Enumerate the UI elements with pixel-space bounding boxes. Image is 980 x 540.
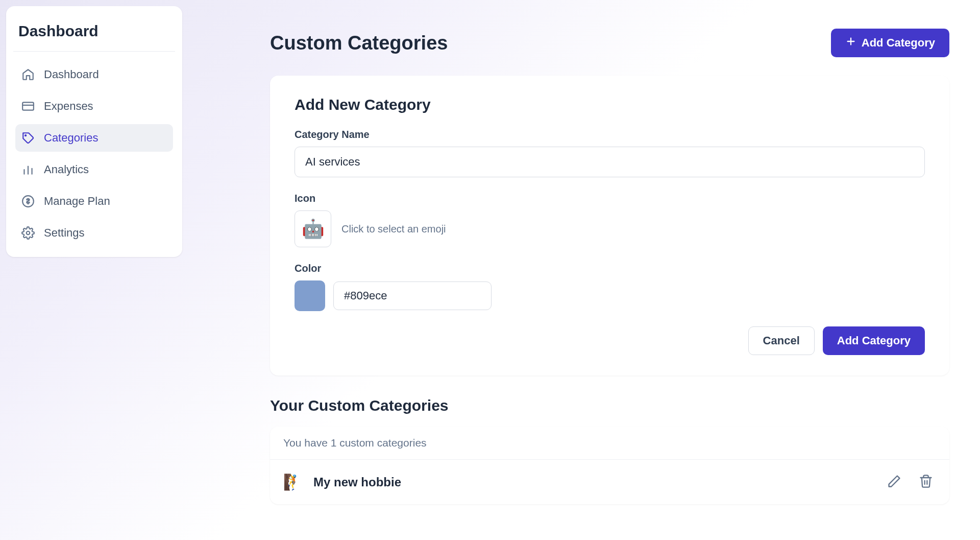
color-hex-input[interactable] [333,281,492,310]
sidebar-item-label: Dashboard [44,68,99,81]
your-categories-title: Your Custom Categories [270,397,949,414]
sidebar-item-label: Manage Plan [44,195,110,208]
tag-icon [21,131,35,145]
sidebar-item-label: Categories [44,131,98,145]
sidebar-item-label: Expenses [44,100,93,113]
sidebar-title: Dashboard [13,16,175,52]
svg-point-2 [25,135,26,136]
dollar-circle-icon [21,195,35,208]
category-row-icon: 🧗 [283,473,302,491]
selected-emoji: 🤖 [302,218,325,240]
sidebar-item-label: Settings [44,226,85,240]
category-icon-label: Icon [295,193,925,204]
form-actions: Cancel Add Category [295,326,925,355]
gear-icon [21,226,35,240]
category-name-input[interactable] [295,147,925,177]
page-header: Custom Categories Add Category [270,29,949,57]
sidebar-nav: Dashboard Expenses Categories Analytics [13,61,175,247]
category-color-group: Color [295,263,925,311]
pencil-icon [887,474,901,490]
svg-rect-0 [22,102,34,110]
category-name-label: Category Name [295,129,925,140]
emoji-picker-button[interactable]: 🤖 [295,210,331,247]
main-content: Custom Categories Add Category Add New C… [188,0,980,540]
button-label: Add Category [862,36,935,50]
bar-chart-icon [21,163,35,176]
category-row-name: My new hobbie [313,475,873,489]
sidebar-item-expenses[interactable]: Expenses [15,92,173,120]
sidebar-item-manage-plan[interactable]: Manage Plan [15,187,173,215]
color-swatch[interactable] [295,280,325,311]
page-title: Custom Categories [270,32,448,54]
svg-point-7 [27,231,30,235]
categories-list: You have 1 custom categories 🧗 My new ho… [270,427,949,504]
card-title: Add New Category [295,96,925,113]
delete-category-button[interactable] [916,471,936,493]
sidebar-item-settings[interactable]: Settings [15,219,173,247]
category-color-label: Color [295,263,925,274]
emoji-hint: Click to select an emoji [341,223,446,235]
sidebar-item-dashboard[interactable]: Dashboard [15,61,173,88]
sidebar-item-label: Analytics [44,163,89,176]
edit-category-button[interactable] [884,471,904,493]
categories-count-text: You have 1 custom categories [270,427,949,460]
plus-icon [845,36,856,50]
button-label: Cancel [763,334,800,347]
category-name-group: Category Name [295,129,925,177]
sidebar: Dashboard Dashboard Expenses Categories [6,6,182,257]
sidebar-item-analytics[interactable]: Analytics [15,156,173,183]
button-label: Add Category [837,334,911,347]
category-row: 🧗 My new hobbie [270,460,949,504]
cancel-button[interactable]: Cancel [748,326,815,355]
sidebar-item-categories[interactable]: Categories [15,124,173,152]
submit-add-category-button[interactable]: Add Category [823,326,925,355]
trash-icon [919,474,933,490]
credit-card-icon [21,100,35,113]
home-icon [21,68,35,81]
add-category-card: Add New Category Category Name Icon 🤖 Cl… [270,76,949,375]
add-category-header-button[interactable]: Add Category [831,29,949,57]
category-icon-group: Icon 🤖 Click to select an emoji [295,193,925,247]
